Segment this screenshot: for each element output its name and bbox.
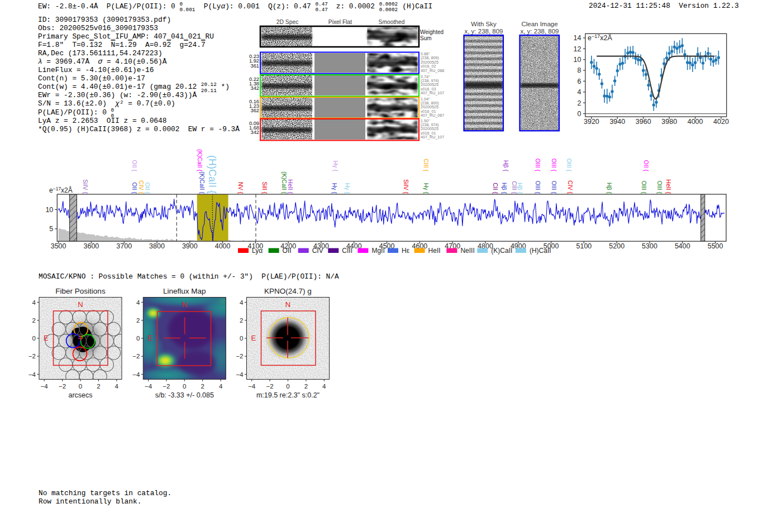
svg-text:14: 14 [574,34,581,42]
svg-text:E: E [147,334,152,342]
svg-text:Hβ {: Hβ { [606,183,613,194]
svg-text:3960: 3960 [636,118,651,126]
svg-text:arcsecs: arcsecs [68,391,92,399]
svg-text:N: N [78,300,83,309]
svg-text:Fiber Positions: Fiber Positions [55,287,106,295]
svg-text:OII {: OII { [144,183,151,194]
svg-text:407_RU_088: 407_RU_088 [421,68,444,73]
svg-text:2: 2 [97,383,100,390]
svg-text:3800: 3800 [149,242,165,250]
svg-text:362: 362 [250,108,259,113]
svg-text:12: 12 [574,45,581,53]
svg-text:Hγ {: Hγ { [332,161,339,172]
svg-text:10: 10 [45,206,53,214]
svg-text:−4: −4 [132,371,140,378]
svg-text:4: 4 [240,299,244,306]
svg-text:HeII: HeII [428,247,441,255]
svg-text:−4: −4 [28,371,36,378]
svg-text:−4: −4 [248,383,256,390]
svg-text:s/b: -3.33 +/- 0.085: s/b: -3.33 +/- 0.085 [155,391,214,399]
svg-text:CIV {: CIV { [567,180,574,194]
svg-text:342: 342 [250,85,259,91]
svg-text:342: 342 [250,130,259,135]
svg-text:OIII {: OIII { [551,159,557,172]
svg-text:OII {: OII { [131,160,138,172]
svg-text:(H)CaII {: (H)CaII { [207,155,218,194]
svg-text:3920: 3920 [584,118,599,126]
svg-text:Hβ {: Hβ { [517,183,523,194]
svg-text:SiII {: SiII { [261,181,268,194]
svg-text:0: 0 [32,335,36,342]
svg-text:3980: 3980 [661,118,677,126]
svg-text:Hβ {: Hβ { [503,160,509,172]
svg-text:m:19.5 re:2.3" s:0.2": m:19.5 re:2.3" s:0.2" [256,391,320,399]
svg-text:MgII: MgII [371,247,384,255]
svg-text:0: 0 [240,335,243,342]
svg-text:Hβ {: Hβ { [501,183,508,194]
svg-text:Hε: Hε [402,247,410,255]
svg-text:0: 0 [578,110,581,118]
svg-text:2: 2 [578,99,581,107]
svg-text:−4: −4 [41,383,49,390]
svg-text:2: 2 [240,317,243,324]
svg-text:OII {: OII { [131,183,138,194]
svg-text:OII {: OII { [643,160,650,172]
svg-text:Weighted: Weighted [420,29,444,35]
svg-text:x, y: 238, 809: x, y: 238, 809 [520,28,559,35]
svg-text:N: N [182,300,187,309]
svg-text:Clean Image: Clean Image [521,21,557,27]
svg-text:407_RU_087: 407_RU_087 [421,113,444,118]
svg-text:3940: 3940 [609,118,625,126]
svg-text:e−17x2Å: e−17x2Å [588,33,612,42]
svg-text:KPNO(24.7) g: KPNO(24.7) g [264,287,312,295]
svg-text:e−17x2Å: e−17x2Å [49,186,73,194]
svg-text:2: 2 [304,383,308,390]
svg-text:−2: −2 [132,353,140,360]
svg-text:3700: 3700 [116,242,132,250]
svg-text:0: 0 [183,383,186,390]
svg-text:CIV: CIV [312,247,323,255]
svg-text:x, y: 238, 809: x, y: 238, 809 [464,28,503,35]
svg-text:HeII {: HeII { [287,179,294,194]
svg-text:5: 5 [49,225,53,233]
svg-text:2: 2 [32,317,36,324]
svg-text:−2: −2 [266,383,274,390]
svg-text:OIII {: OIII { [535,181,541,194]
svg-text:NeIII: NeIII [460,247,474,255]
svg-text:(K)CaII: (K)CaII [491,247,512,255]
svg-text:Pixel Flat: Pixel Flat [328,19,352,25]
svg-text:3900: 3900 [182,242,198,250]
svg-text:CII {: CII { [492,183,499,194]
svg-text:(K)CaII {: (K)CaII { [199,171,206,194]
svg-text:SiIV {: SiIV { [82,179,89,194]
svg-text:4: 4 [115,383,119,390]
svg-text:4: 4 [32,299,36,306]
svg-text:Smoothed: Smoothed [379,19,405,25]
svg-text:−2: −2 [59,383,66,390]
svg-text:Sum: Sum [420,35,432,41]
svg-text:4: 4 [578,88,581,96]
svg-text:2: 2 [136,317,140,324]
svg-text:2D Spec: 2D Spec [276,19,298,25]
svg-text:−2: −2 [163,383,170,390]
svg-text:0: 0 [136,335,140,342]
svg-text:6: 6 [578,78,581,85]
svg-text:E: E [44,334,49,342]
svg-text:−2: −2 [28,353,36,360]
svg-text:361: 361 [250,63,259,69]
svg-text:−4: −4 [145,383,152,390]
svg-text:(K)CaII {: (K)CaII { [281,171,288,194]
svg-text:NV {: NV { [237,182,244,194]
svg-text:Lyα: Lyα [252,247,263,255]
svg-text:SiIV {: SiIV { [403,179,409,194]
svg-text:0: 0 [79,383,82,390]
svg-text:OIII {: OIII { [656,181,663,194]
svg-text:With Sky: With Sky [471,21,497,27]
svg-text:8: 8 [578,66,581,74]
svg-text:OIII {: OIII { [641,181,647,194]
svg-text:10: 10 [574,56,581,64]
svg-text:CIII: CIII [342,247,352,255]
svg-text:407_RU_107: 407_RU_107 [421,135,444,140]
svg-text:3500: 3500 [51,242,66,250]
svg-text:OIII {: OIII { [551,181,557,194]
